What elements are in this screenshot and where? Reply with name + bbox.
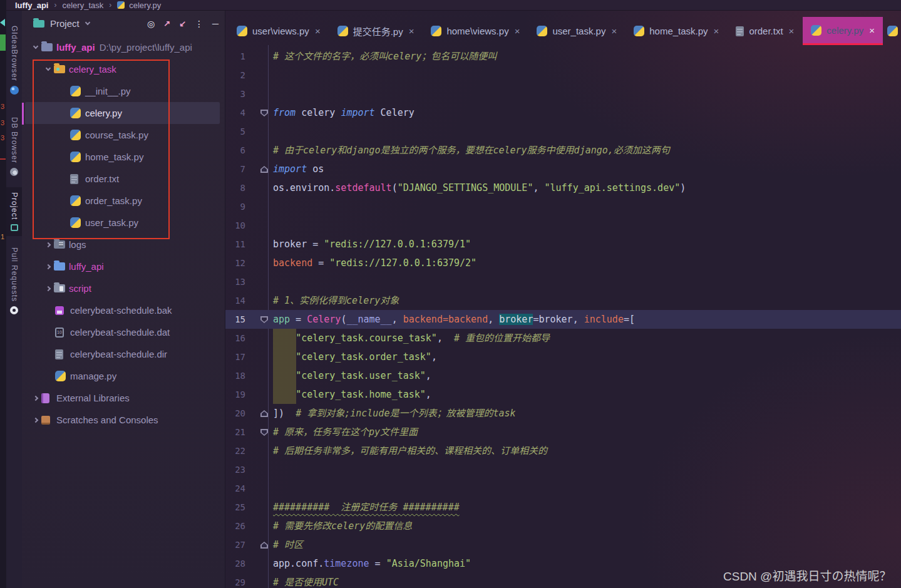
tree-item[interactable]: celery.py bbox=[25, 102, 220, 124]
python-icon bbox=[811, 25, 821, 36]
close-icon[interactable]: × bbox=[869, 25, 875, 36]
editor-tab[interactable]: user_task.py× bbox=[528, 17, 625, 45]
editor-tab[interactable]: user\views.py× bbox=[229, 17, 329, 45]
fold-marker-icon[interactable] bbox=[260, 166, 268, 173]
editor-tab[interactable]: order.txt× bbox=[728, 17, 802, 45]
close-icon[interactable]: × bbox=[714, 26, 719, 36]
chevron-right-icon[interactable] bbox=[33, 417, 38, 422]
editor-tab[interactable]: 提交任务.py× bbox=[329, 17, 423, 45]
code-line[interactable]: 15app = Celery(__name__, backend=backend… bbox=[225, 310, 901, 329]
code-line[interactable]: 13 bbox=[225, 272, 901, 291]
tree-item[interactable]: celerybeat-schedule.dir bbox=[25, 343, 220, 365]
code-line[interactable]: 25########## 注册定时任务 ########## bbox=[225, 498, 901, 517]
tree-item[interactable]: script bbox=[25, 277, 220, 299]
code-line[interactable]: 9 bbox=[225, 197, 901, 216]
hide-panel-icon[interactable]: ─ bbox=[212, 19, 219, 28]
fold-marker-icon[interactable] bbox=[260, 316, 268, 323]
close-icon[interactable]: × bbox=[611, 26, 617, 36]
code-line[interactable]: 4from celery import Celery bbox=[225, 103, 901, 122]
code-line[interactable]: 27# 时区 bbox=[225, 535, 901, 554]
tree-item[interactable]: course_task.py bbox=[25, 124, 220, 146]
code-line[interactable]: 10 bbox=[225, 216, 901, 235]
tree-item[interactable]: home_task.py bbox=[25, 146, 220, 168]
fold-marker-icon[interactable] bbox=[260, 110, 268, 116]
code-line[interactable]: 20]) # 拿到对象;include是一个列表；放被管理的task bbox=[225, 404, 901, 423]
close-icon[interactable]: × bbox=[789, 26, 795, 36]
tool-window-button[interactable]: Project bbox=[6, 187, 22, 236]
tree-item[interactable]: __init__.py bbox=[25, 80, 220, 102]
tree-item[interactable]: order.txt bbox=[25, 168, 220, 190]
tree-item[interactable]: luffy_apiD:\py_project\luffy_api bbox=[25, 36, 220, 58]
close-icon[interactable]: × bbox=[515, 26, 520, 36]
code-line[interactable]: 18 "celery_task.user_task", bbox=[225, 366, 901, 385]
code-token: ( bbox=[392, 182, 398, 193]
code-line[interactable]: 21# 原来，任务写在这个py文件里面 bbox=[225, 423, 901, 441]
line-number: 2 bbox=[225, 66, 245, 85]
code-line[interactable]: 19 "celery_task.home_task", bbox=[225, 385, 901, 404]
tree-item[interactable]: order_task.py bbox=[25, 190, 220, 212]
code-line[interactable]: 17 "celery_task.order_task", bbox=[225, 348, 901, 366]
code-line[interactable]: 5 bbox=[225, 122, 901, 141]
code-line[interactable]: 26# 需要先修改celery的配置信息 bbox=[225, 517, 901, 535]
editor-tab[interactable]: home_task.py× bbox=[626, 17, 727, 45]
code-line[interactable]: 23 bbox=[225, 460, 901, 479]
collapse-icon[interactable]: ↙ bbox=[179, 19, 186, 28]
locate-file-icon[interactable]: ◎ bbox=[147, 19, 155, 28]
fold-marker-icon[interactable] bbox=[260, 410, 268, 417]
breadcrumb-item[interactable]: celery.py bbox=[129, 1, 161, 10]
tree-item[interactable]: logs bbox=[25, 234, 220, 255]
code-line[interactable]: 12backend = "redis://127.0.0.1:6379/2" bbox=[225, 254, 901, 272]
breadcrumb-item[interactable]: luffy_api bbox=[15, 1, 48, 10]
code-line[interactable]: 7import os bbox=[225, 160, 901, 178]
chevron-right-icon[interactable] bbox=[46, 264, 51, 269]
tree-item[interactable]: celery_task bbox=[25, 58, 220, 80]
expand-icon[interactable]: ↗ bbox=[163, 19, 170, 28]
fold-marker-icon[interactable] bbox=[260, 542, 268, 549]
tool-window-button[interactable]: GIdeaBrowser bbox=[6, 26, 22, 95]
code-line[interactable]: 1# 这个文件的名字，必须叫celery；包名可以随便叫 bbox=[225, 47, 901, 66]
code-line[interactable]: 6# 由于celery和django是独立的两个服务，要想在celery服务中使… bbox=[225, 141, 901, 160]
chevron-down-icon[interactable] bbox=[33, 44, 38, 49]
tree-item[interactable]: 10celerybeat-schedule.dat bbox=[25, 321, 220, 343]
code-line[interactable]: 22# 后期任务非常多，可能有用户相关的、课程相关的、订单相关的 bbox=[225, 441, 901, 460]
code-line[interactable]: 2 bbox=[225, 66, 901, 85]
tree-item-label: celerybeat-schedule.dir bbox=[70, 349, 167, 359]
code-line[interactable]: 3 bbox=[225, 85, 901, 103]
code-line[interactable]: 16 "celery_task.course_task", # 重包的位置开始都… bbox=[225, 329, 901, 348]
code-line[interactable]: 8os.environ.setdefault("DJANGO_SETTINGS_… bbox=[225, 178, 901, 197]
editor-area[interactable]: user\views.py×提交任务.py×home\views.py×user… bbox=[225, 11, 901, 588]
kebab-menu-icon[interactable]: ⋮ bbox=[195, 19, 203, 28]
tool-window-button[interactable]: DB Browser bbox=[6, 117, 22, 176]
tree-item[interactable]: luffy_api bbox=[25, 255, 220, 277]
fold-marker-icon[interactable] bbox=[260, 429, 268, 436]
code-line[interactable]: 14# 1、实例化得到celery对象 bbox=[225, 291, 901, 310]
editor-tab[interactable] bbox=[883, 17, 901, 45]
editor-tab[interactable]: celery.py× bbox=[803, 17, 883, 45]
folder-icon bbox=[54, 262, 65, 271]
tree-item-label: user_task.py bbox=[85, 217, 138, 228]
code-text: # 后期任务非常多，可能有用户相关的、课程相关的、订单相关的 bbox=[273, 441, 547, 460]
code-line[interactable]: 11broker = "redis://127.0.0.1:6379/1" bbox=[225, 235, 901, 254]
chevron-right-icon[interactable] bbox=[33, 395, 38, 400]
editor-tab[interactable]: home\views.py× bbox=[423, 17, 528, 45]
breadcrumb-item[interactable]: celery_task bbox=[62, 1, 103, 10]
sliver-green-block bbox=[0, 34, 6, 51]
line-number: 27 bbox=[225, 535, 245, 554]
tree-item[interactable]: celerybeat-schedule.bak bbox=[25, 299, 220, 321]
tree-item[interactable]: manage.py bbox=[25, 365, 220, 387]
chevron-down-icon[interactable] bbox=[46, 66, 51, 71]
code-token: # 需要先修改celery的配置信息 bbox=[273, 520, 412, 532]
code-editor[interactable]: 1# 这个文件的名字，必须叫celery；包名可以随便叫234from cele… bbox=[225, 45, 901, 588]
tree-item[interactable]: Scratches and Consoles bbox=[25, 409, 220, 431]
code-line[interactable]: 24 bbox=[225, 479, 901, 498]
code-token: # 重包的位置开始都导 bbox=[454, 333, 550, 344]
close-icon[interactable]: × bbox=[409, 26, 414, 36]
chevron-down-icon[interactable] bbox=[85, 20, 90, 25]
tool-window-button[interactable]: Pull Requests bbox=[6, 247, 22, 314]
tree-item[interactable]: user_task.py bbox=[25, 212, 220, 234]
chevron-right-icon[interactable] bbox=[46, 242, 51, 247]
close-icon[interactable]: × bbox=[315, 26, 321, 36]
code-token: "celery_task.order_task" bbox=[296, 351, 431, 363]
chevron-right-icon[interactable] bbox=[46, 286, 51, 291]
tree-item[interactable]: External Libraries bbox=[25, 387, 220, 409]
